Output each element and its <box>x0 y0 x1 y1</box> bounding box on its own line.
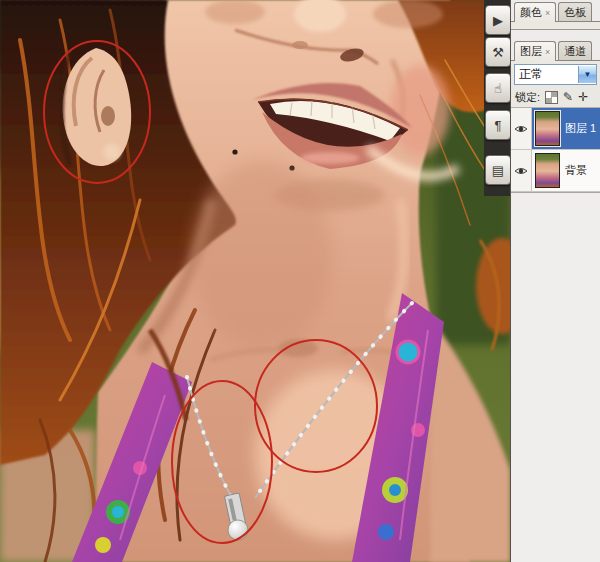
paragraph-panel-button[interactable]: ¶ <box>485 110 511 140</box>
layers-panel-group: 图层 × 通道 正常 ▼ 锁定: ✎ ✛ <box>511 39 600 193</box>
tab-swatches[interactable]: 色板 <box>558 2 592 22</box>
tab-label: 色板 <box>564 5 586 20</box>
visibility-toggle[interactable] <box>511 108 532 149</box>
eye-icon <box>514 166 528 176</box>
close-icon[interactable]: × <box>545 47 550 57</box>
crossed-tools-icon: ⚒ <box>492 46 504 59</box>
hand-icon: ☝ <box>494 82 502 95</box>
layer-row-main[interactable]: 图层 1 <box>532 108 600 149</box>
photoshop-window: ▶ ⚒ ☝ ¶ ▤ 颜色 × 色板 图层 <box>0 0 600 562</box>
hand-panel-button[interactable]: ☝ <box>485 73 511 103</box>
notes-icon: ▤ <box>492 164 504 177</box>
layer-row-main[interactable]: 背景 <box>532 150 600 191</box>
layer-thumbnail[interactable] <box>535 111 560 146</box>
layer-name: 背景 <box>565 163 587 178</box>
tab-label: 颜色 <box>520 5 542 20</box>
tab-layers[interactable]: 图层 × <box>514 41 556 61</box>
actions-play-button[interactable]: ▶ <box>485 5 511 35</box>
chevron-down-icon[interactable]: ▼ <box>578 66 596 83</box>
notes-panel-button[interactable]: ▤ <box>485 155 511 185</box>
dock-gap <box>511 30 600 39</box>
layer-name: 图层 1 <box>565 121 596 136</box>
photo-illustration <box>0 0 510 562</box>
lock-pixels-icon[interactable]: ✎ <box>563 91 573 103</box>
paragraph-icon: ¶ <box>495 119 502 132</box>
blend-mode-row: 正常 ▼ <box>511 61 600 87</box>
tab-color[interactable]: 颜色 × <box>514 2 556 22</box>
layers-panel-body: 正常 ▼ 锁定: ✎ ✛ <box>511 61 600 193</box>
color-panel-body <box>511 22 600 30</box>
color-panel-tabbar: 颜色 × 色板 <box>511 0 600 22</box>
lock-transparency-icon[interactable] <box>545 91 558 104</box>
layer-row-layer1[interactable]: 图层 1 <box>511 108 600 150</box>
blend-mode-select[interactable]: 正常 ▼ <box>514 64 597 85</box>
eye-icon <box>514 124 528 134</box>
lock-row: 锁定: ✎ ✛ <box>511 87 600 107</box>
blend-mode-value: 正常 <box>515 66 578 83</box>
play-icon: ▶ <box>493 14 503 27</box>
layers-panel-tabbar: 图层 × 通道 <box>511 39 600 61</box>
visibility-toggle[interactable] <box>511 150 532 191</box>
lock-label: 锁定: <box>515 90 540 105</box>
layer-list: 图层 1 背景 <box>511 107 600 192</box>
collapsed-panel-strip: ▶ ⚒ ☝ ¶ ▤ <box>484 0 510 196</box>
photo-canvas[interactable] <box>0 0 510 562</box>
color-panel-group: 颜色 × 色板 <box>511 0 600 30</box>
dock-empty-area <box>511 193 600 562</box>
layer-row-background[interactable]: 背景 <box>511 150 600 192</box>
panel-dock: 颜色 × 色板 图层 × 通道 <box>510 0 600 562</box>
tab-label: 通道 <box>564 44 586 59</box>
tab-label: 图层 <box>520 44 542 59</box>
layer-thumbnail[interactable] <box>535 153 560 188</box>
tab-channels[interactable]: 通道 <box>558 41 592 61</box>
lock-position-icon[interactable]: ✛ <box>578 91 588 103</box>
close-icon[interactable]: × <box>545 8 550 18</box>
tool-presets-button[interactable]: ⚒ <box>485 37 511 67</box>
